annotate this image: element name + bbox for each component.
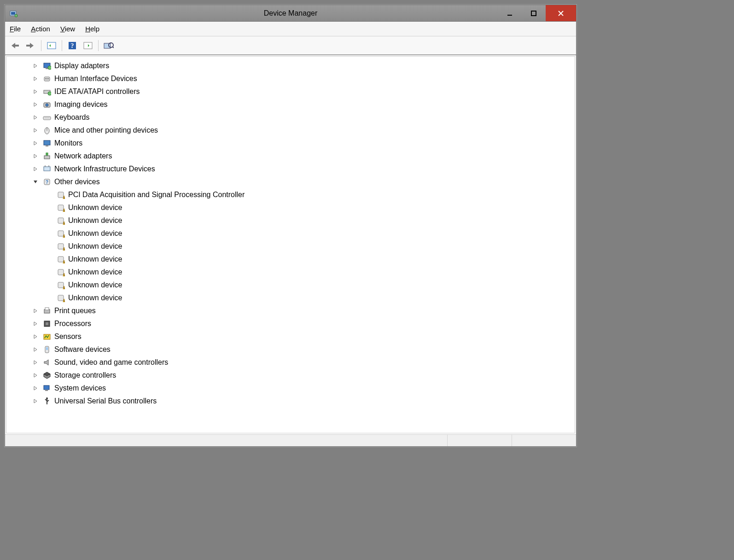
tree-item[interactable]: Display adapters xyxy=(10,59,575,72)
svg-point-2 xyxy=(15,14,17,17)
expand-icon[interactable] xyxy=(32,76,39,82)
tree-item[interactable]: Storage controllers xyxy=(10,369,575,382)
svg-marker-8 xyxy=(26,43,34,48)
svg-marker-28 xyxy=(34,309,37,313)
warning-icon xyxy=(56,268,65,277)
tree-item[interactable]: Unknown device xyxy=(10,279,575,292)
tree-item[interactable]: Unknown device xyxy=(10,253,575,266)
tree-item-label: PCI Data Acquisition and Signal Processi… xyxy=(68,188,245,201)
forward-button[interactable] xyxy=(24,39,37,52)
expand-icon[interactable] xyxy=(32,372,39,379)
svg-marker-23 xyxy=(34,128,37,132)
properties-button[interactable] xyxy=(82,39,94,52)
expand-icon[interactable] xyxy=(32,88,39,95)
expand-icon[interactable] xyxy=(32,140,39,146)
scan-hardware-button[interactable] xyxy=(102,39,115,52)
help-button[interactable]: ? xyxy=(66,39,79,52)
tree-item-label: Imaging devices xyxy=(54,98,108,111)
tree-item-label: Unknown device xyxy=(68,266,122,279)
storage-icon xyxy=(42,371,52,380)
tree-item[interactable]: PCI Data Acquisition and Signal Processi… xyxy=(10,188,575,201)
expand-icon[interactable] xyxy=(32,385,39,391)
tree-item[interactable]: Human Interface Devices xyxy=(10,72,575,85)
menu-file[interactable]: File xyxy=(10,25,21,33)
tree-item[interactable]: Monitors xyxy=(10,137,575,150)
hid-icon xyxy=(42,74,52,83)
tree-item[interactable]: Processors xyxy=(10,317,575,330)
menu-view[interactable]: View xyxy=(60,25,75,33)
software-icon xyxy=(42,345,52,354)
tree-item-label: Network Infrastructure Devices xyxy=(54,163,155,175)
svg-marker-29 xyxy=(34,322,37,326)
monitor-icon xyxy=(42,139,52,148)
tree-item-label: Monitors xyxy=(54,137,82,150)
camera-icon xyxy=(42,100,52,109)
client-area: Display adaptersHuman Interface DevicesI… xyxy=(5,55,576,446)
svg-marker-32 xyxy=(34,361,37,364)
titlebar[interactable]: Device Manager xyxy=(5,5,576,22)
svg-marker-21 xyxy=(34,103,37,106)
svg-line-17 xyxy=(112,47,114,48)
back-button[interactable] xyxy=(9,39,22,52)
expand-icon[interactable] xyxy=(32,166,39,172)
minimize-button[interactable] xyxy=(498,5,522,21)
tree-item[interactable]: Mice and other pointing devices xyxy=(10,124,575,137)
tree-item[interactable]: Unknown device xyxy=(10,201,575,214)
device-manager-window: Device Manager File Action View Help xyxy=(5,5,577,447)
tree-item[interactable]: IDE ATA/ATAPI controllers xyxy=(10,85,575,98)
status-bar xyxy=(5,434,576,446)
tree-item[interactable]: Network Infrastructure Devices xyxy=(10,163,575,175)
tree-item[interactable]: Unknown device xyxy=(10,266,575,279)
expand-icon[interactable] xyxy=(32,359,39,366)
svg-marker-19 xyxy=(34,77,37,81)
menu-action[interactable]: Action xyxy=(31,25,50,33)
display-icon xyxy=(42,61,52,70)
tree-item[interactable]: Imaging devices xyxy=(10,98,575,111)
tree-item[interactable]: Sensors xyxy=(10,330,575,343)
sound-icon xyxy=(42,358,52,367)
tree-item[interactable]: Unknown device xyxy=(10,240,575,253)
toolbar-separator xyxy=(41,40,41,51)
tree-item[interactable]: Unknown device xyxy=(10,214,575,227)
collapse-icon[interactable] xyxy=(32,179,39,185)
svg-marker-20 xyxy=(34,90,37,93)
expand-icon[interactable] xyxy=(32,346,39,353)
tree-item-label: Mice and other pointing devices xyxy=(54,124,158,137)
tree-item-label: Unknown device xyxy=(68,279,122,292)
tree-item[interactable]: Unknown device xyxy=(10,227,575,240)
tree-item[interactable]: Network adapters xyxy=(10,150,575,163)
tree-item[interactable]: Software devices xyxy=(10,343,575,356)
show-hidden-button[interactable] xyxy=(45,39,58,52)
tree-item[interactable]: System devices xyxy=(10,382,575,395)
expand-icon[interactable] xyxy=(32,153,39,159)
expand-icon[interactable] xyxy=(32,63,39,69)
warning-icon xyxy=(56,216,65,225)
tree-item[interactable]: Other devices xyxy=(10,175,575,188)
expand-icon[interactable] xyxy=(32,101,39,108)
device-tree[interactable]: Display adaptersHuman Interface DevicesI… xyxy=(6,57,575,433)
tree-item-label: Universal Serial Bus controllers xyxy=(54,395,157,408)
close-button[interactable] xyxy=(546,5,576,21)
svg-rect-9 xyxy=(47,42,56,49)
expand-icon[interactable] xyxy=(32,308,39,314)
warning-icon xyxy=(56,293,65,303)
svg-rect-1 xyxy=(11,12,15,15)
expand-icon[interactable] xyxy=(32,321,39,327)
maximize-button[interactable] xyxy=(522,5,546,21)
svg-marker-34 xyxy=(34,386,37,390)
svg-marker-35 xyxy=(34,399,37,403)
menu-help[interactable]: Help xyxy=(85,25,99,33)
network-icon xyxy=(42,152,52,161)
expand-icon[interactable] xyxy=(32,333,39,340)
tree-item[interactable]: Universal Serial Bus controllers xyxy=(10,395,575,408)
tree-item[interactable]: Unknown device xyxy=(10,292,575,304)
expand-icon[interactable] xyxy=(32,114,39,121)
svg-rect-4 xyxy=(531,11,536,16)
tree-item-label: Sound, video and game controllers xyxy=(54,356,168,369)
expand-icon[interactable] xyxy=(32,398,39,404)
expand-icon[interactable] xyxy=(32,127,39,134)
warning-icon xyxy=(56,280,65,290)
tree-item[interactable]: Print queues xyxy=(10,304,575,317)
tree-item[interactable]: Sound, video and game controllers xyxy=(10,356,575,369)
tree-item[interactable]: Keyboards xyxy=(10,111,575,124)
